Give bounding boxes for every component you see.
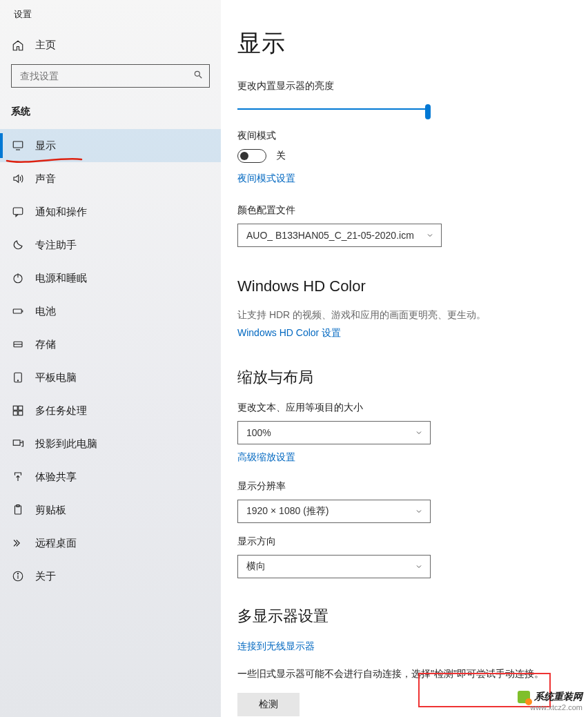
svg-marker-4 — [14, 175, 19, 183]
search-icon — [193, 70, 203, 79]
svg-rect-2 — [13, 141, 23, 148]
sidebar: 设置 主页 系统 显示声音通知和操作专注助手电源和睡眠电池存储平板电脑多任务处理… — [0, 0, 221, 717]
night-mode-settings-link[interactable]: 夜间模式设置 — [237, 173, 295, 185]
power-icon — [12, 272, 24, 284]
watermark: 系统重装网 www.xtcz2.com — [518, 691, 582, 711]
text-size-value: 100% — [246, 427, 271, 438]
slider-thumb — [425, 104, 431, 119]
info-icon — [12, 570, 24, 582]
advanced-scale-link[interactable]: 高级缩放设置 — [237, 451, 295, 464]
chevron-down-icon — [415, 507, 423, 515]
svg-rect-8 — [13, 309, 21, 313]
chevron-down-icon — [415, 429, 423, 437]
sidebar-item-focus[interactable]: 专注助手 — [0, 228, 221, 262]
toggle-knob — [240, 152, 248, 160]
svg-rect-18 — [13, 440, 20, 446]
night-mode-state: 关 — [276, 150, 286, 162]
resolution-value: 1920 × 1080 (推荐) — [246, 505, 329, 518]
resolution-select[interactable]: 1920 × 1080 (推荐) — [237, 500, 431, 523]
scale-title: 缩放与布局 — [237, 367, 571, 388]
share-icon — [12, 471, 24, 483]
svg-rect-5 — [13, 208, 23, 215]
sidebar-item-shared[interactable]: 体验共享 — [0, 460, 221, 493]
night-mode-toggle[interactable] — [237, 149, 266, 163]
moon-icon — [12, 239, 24, 251]
sidebar-item-notifications[interactable]: 通知和操作 — [0, 195, 221, 228]
search-container — [0, 59, 221, 97]
home-icon — [12, 39, 24, 52]
svg-rect-14 — [13, 406, 17, 410]
clipboard-icon — [12, 504, 24, 516]
sidebar-item-label: 投影到此电脑 — [35, 438, 97, 451]
orientation-label: 显示方向 — [237, 536, 571, 548]
sidebar-item-power[interactable]: 电源和睡眠 — [0, 262, 221, 295]
sidebar-item-clipboard[interactable]: 剪贴板 — [0, 493, 221, 527]
multitask-icon — [12, 404, 24, 417]
home-label: 主页 — [35, 39, 56, 52]
nav-list: 显示声音通知和操作专注助手电源和睡眠电池存储平板电脑多任务处理投影到此电脑体验共… — [0, 129, 221, 593]
sidebar-item-label: 专注助手 — [35, 239, 77, 252]
svg-rect-17 — [19, 411, 23, 415]
multi-title: 多显示器设置 — [237, 606, 571, 627]
project-icon — [12, 438, 24, 450]
sidebar-item-about[interactable]: 关于 — [0, 560, 221, 593]
sidebar-item-label: 电源和睡眠 — [35, 272, 87, 285]
sidebar-item-sound[interactable]: 声音 — [0, 162, 221, 195]
speaker-icon — [12, 173, 24, 185]
sidebar-item-label: 剪贴板 — [35, 504, 66, 517]
sidebar-item-project[interactable]: 投影到此电脑 — [0, 427, 221, 460]
watermark-url: www.xtcz2.com — [530, 703, 582, 711]
night-mode-label: 夜间模式 — [237, 130, 571, 142]
sidebar-item-label: 多任务处理 — [35, 404, 87, 418]
hdcolor-desc: 让支持 HDR 的视频、游戏和应用的画面更明亮、更生动。 — [237, 309, 571, 322]
sidebar-item-multitask[interactable]: 多任务处理 — [0, 394, 221, 427]
sidebar-item-label: 体验共享 — [35, 471, 77, 484]
sidebar-item-tablet[interactable]: 平板电脑 — [0, 361, 221, 394]
chevron-down-icon — [426, 231, 434, 239]
svg-rect-16 — [13, 411, 17, 415]
sidebar-item-battery[interactable]: 电池 — [0, 295, 221, 328]
sidebar-item-display[interactable]: 显示 — [0, 129, 221, 162]
sidebar-item-label: 存储 — [35, 338, 56, 351]
chevron-down-icon — [415, 562, 423, 571]
svg-rect-15 — [19, 406, 23, 410]
search-input[interactable] — [11, 64, 210, 88]
sidebar-item-label: 远程桌面 — [35, 537, 77, 550]
detect-button[interactable]: 检测 — [237, 693, 300, 716]
multi-desc: 一些旧式显示器可能不会进行自动连接，选择"检测"即可尝试手动连接。 — [237, 668, 571, 680]
wireless-display-link[interactable]: 连接到无线显示器 — [237, 640, 315, 653]
resolution-label: 显示分辨率 — [237, 480, 571, 493]
remote-icon — [12, 537, 24, 549]
sidebar-item-label: 电池 — [35, 305, 56, 318]
orientation-value: 横向 — [246, 560, 266, 573]
svg-line-1 — [199, 76, 202, 79]
sidebar-item-label: 显示 — [35, 139, 56, 153]
svg-point-0 — [195, 71, 199, 76]
category-label: 系统 — [0, 97, 221, 129]
sidebar-item-label: 平板电脑 — [35, 371, 77, 384]
hdcolor-link[interactable]: Windows HD Color 设置 — [237, 327, 341, 340]
main-panel: 显示 更改内置显示器的亮度 夜间模式 关 夜间模式设置 颜色配置文件 AUO_ … — [221, 0, 588, 717]
home-nav[interactable]: 主页 — [0, 32, 221, 59]
sidebar-item-remote[interactable]: 远程桌面 — [0, 527, 221, 560]
brightness-label: 更改内置显示器的亮度 — [237, 80, 571, 92]
sidebar-item-storage[interactable]: 存储 — [0, 328, 221, 361]
bubble-icon — [12, 206, 24, 218]
svg-point-13 — [17, 380, 18, 381]
color-profile-label: 颜色配置文件 — [237, 204, 571, 217]
battery-icon — [12, 305, 24, 317]
slider-track — [237, 108, 431, 110]
orientation-select[interactable]: 横向 — [237, 555, 431, 578]
text-size-label: 更改文本、应用等项目的大小 — [237, 402, 571, 414]
tablet-icon — [12, 371, 24, 384]
page-title: 显示 — [237, 28, 571, 59]
brightness-slider[interactable] — [237, 101, 431, 117]
svg-point-25 — [17, 573, 18, 574]
color-profile-value: AUO_ B133HAN05_C_21-05-2020.icm — [246, 230, 414, 241]
hdcolor-title: Windows HD Color — [237, 277, 571, 295]
color-profile-select[interactable]: AUO_ B133HAN05_C_21-05-2020.icm — [237, 224, 442, 247]
sidebar-item-label: 通知和操作 — [35, 206, 87, 219]
watermark-text: 系统重装网 — [534, 691, 582, 703]
text-size-select[interactable]: 100% — [237, 421, 431, 444]
sidebar-item-label: 关于 — [35, 570, 56, 583]
